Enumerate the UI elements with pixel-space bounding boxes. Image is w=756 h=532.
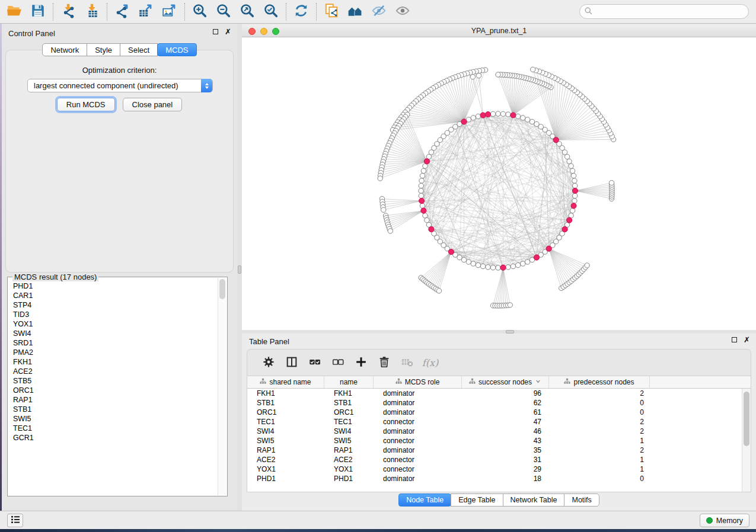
network-node[interactable] (470, 75, 475, 79)
network-node[interactable] (490, 111, 495, 116)
mcds-result-item[interactable]: PMA2 (13, 348, 218, 357)
import-network-button[interactable] (56, 2, 80, 22)
save-session-button[interactable] (26, 2, 50, 22)
cell-successor-nodes[interactable]: 96 (462, 389, 549, 398)
network-hub-node[interactable] (562, 226, 567, 232)
cell-name[interactable]: TEC1 (324, 418, 374, 426)
scrollbar-thumb[interactable] (219, 279, 225, 299)
open-folder-button[interactable] (2, 2, 26, 22)
trash-button[interactable] (372, 352, 395, 373)
network-edge[interactable] (513, 87, 551, 115)
network-hub-node[interactable] (500, 265, 506, 270)
network-edge[interactable] (503, 268, 511, 305)
cell-successor-nodes[interactable]: 29 (462, 465, 549, 473)
cell-shared-name[interactable]: STB1 (247, 399, 324, 407)
cell-predecessor-nodes[interactable]: 0 (549, 399, 650, 407)
network-hub-node[interactable] (546, 246, 551, 251)
show-all-button[interactable] (391, 2, 414, 22)
first-neighbors-button[interactable] (343, 2, 367, 22)
tab-edge-table[interactable]: Edge Table (451, 493, 503, 507)
network-hub-node[interactable] (511, 113, 516, 118)
network-node[interactable] (531, 67, 535, 72)
memory-button[interactable]: Memory (700, 514, 749, 527)
mcds-result-item[interactable]: PHD1 (13, 281, 218, 291)
network-edge[interactable] (499, 268, 503, 306)
mcds-result-item[interactable]: ACE2 (13, 367, 218, 376)
table-row[interactable]: RAP1RAP1dominator352 (247, 446, 751, 455)
cell-shared-name[interactable]: SWI4 (247, 427, 324, 435)
network-node[interactable] (572, 198, 577, 203)
zoom-selected-button[interactable] (259, 2, 283, 22)
table-row[interactable]: SWI5SWI5connector431 (247, 436, 751, 446)
cell-name[interactable]: RAP1 (324, 446, 374, 454)
network-node[interactable] (572, 178, 577, 183)
mcds-result-item[interactable]: GCR1 (13, 433, 218, 443)
zoom-out-button[interactable] (212, 2, 235, 22)
cell-predecessor-nodes[interactable]: 1 (549, 437, 650, 445)
table-row[interactable]: YOX1YOX1connector291 (247, 464, 751, 474)
network-node[interactable] (420, 203, 425, 208)
network-edge[interactable] (434, 252, 451, 287)
cell-predecessor-nodes[interactable]: 1 (549, 465, 650, 473)
table-row[interactable]: ORC1ORC1dominator610 (247, 408, 751, 417)
close-panel-button[interactable]: Close panel (123, 98, 183, 111)
network-node[interactable] (511, 264, 515, 268)
network-hub-node[interactable] (461, 119, 467, 124)
cell-MCDS-role[interactable]: dominator (374, 408, 462, 416)
network-node[interactable] (569, 164, 573, 168)
network-node[interactable] (500, 111, 505, 116)
network-node[interactable] (381, 207, 386, 212)
float-icon[interactable] (732, 337, 737, 342)
network-node[interactable] (419, 178, 424, 183)
network-hub-node[interactable] (534, 255, 539, 260)
network-node[interactable] (515, 262, 520, 267)
result-scrollbar[interactable] (218, 278, 227, 495)
network-edge[interactable] (479, 76, 483, 116)
network-node[interactable] (471, 116, 476, 120)
network-node[interactable] (423, 213, 428, 218)
tab-motifs[interactable]: Motifs (564, 493, 599, 507)
network-node[interactable] (508, 303, 512, 307)
network-node[interactable] (496, 111, 500, 116)
cell-successor-nodes[interactable]: 61 (462, 408, 549, 416)
table-scrollbar[interactable] (742, 389, 751, 492)
network-canvas[interactable] (242, 37, 756, 330)
network-edge[interactable] (388, 211, 424, 225)
mcds-result-item[interactable]: SRD1 (13, 338, 218, 348)
select-all-button[interactable] (303, 352, 326, 373)
cell-shared-name[interactable]: YOX1 (247, 465, 324, 473)
network-edge[interactable] (381, 161, 427, 170)
network-node[interactable] (573, 193, 578, 198)
cell-predecessor-nodes[interactable]: 2 (549, 418, 650, 426)
mcds-result-item[interactable]: RAP1 (13, 395, 218, 405)
network-hub-node[interactable] (421, 208, 426, 213)
cell-MCDS-role[interactable]: connector (374, 418, 462, 426)
network-node[interactable] (388, 229, 393, 233)
network-hub-node[interactable] (424, 159, 429, 164)
network-node[interactable] (515, 114, 520, 118)
network-node[interactable] (496, 72, 500, 77)
network-node[interactable] (471, 261, 476, 266)
mcds-result-item[interactable]: SWI5 (13, 414, 218, 424)
scrollbar-thumb[interactable] (744, 392, 749, 446)
export-image-button[interactable] (158, 2, 181, 22)
network-node[interactable] (521, 261, 525, 266)
network-node[interactable] (466, 259, 471, 264)
column-header-name[interactable]: name (324, 376, 374, 388)
mcds-result-list[interactable]: PHD1CAR1STP4TID3YOX1SWI4SRD1PMA2FKH1ACE2… (8, 280, 218, 495)
cell-name[interactable]: ACE2 (324, 456, 374, 464)
network-hub-node[interactable] (553, 137, 559, 143)
cell-shared-name[interactable]: RAP1 (247, 446, 324, 454)
network-edge[interactable] (407, 114, 427, 161)
network-node[interactable] (506, 265, 511, 270)
new-network-from-selection-button[interactable] (320, 2, 343, 22)
network-node[interactable] (570, 168, 575, 173)
cell-name[interactable]: ORC1 (324, 408, 374, 416)
cell-name[interactable]: FKH1 (324, 389, 374, 398)
column-header-successor-nodes[interactable]: successor nodes (462, 376, 549, 388)
close-icon[interactable]: ✗ (225, 29, 231, 34)
cell-predecessor-nodes[interactable]: 0 (549, 475, 650, 483)
table-row[interactable]: STB1STB1dominator620 (247, 398, 751, 408)
cell-successor-nodes[interactable]: 46 (462, 427, 549, 435)
cell-shared-name[interactable]: ORC1 (247, 408, 324, 416)
